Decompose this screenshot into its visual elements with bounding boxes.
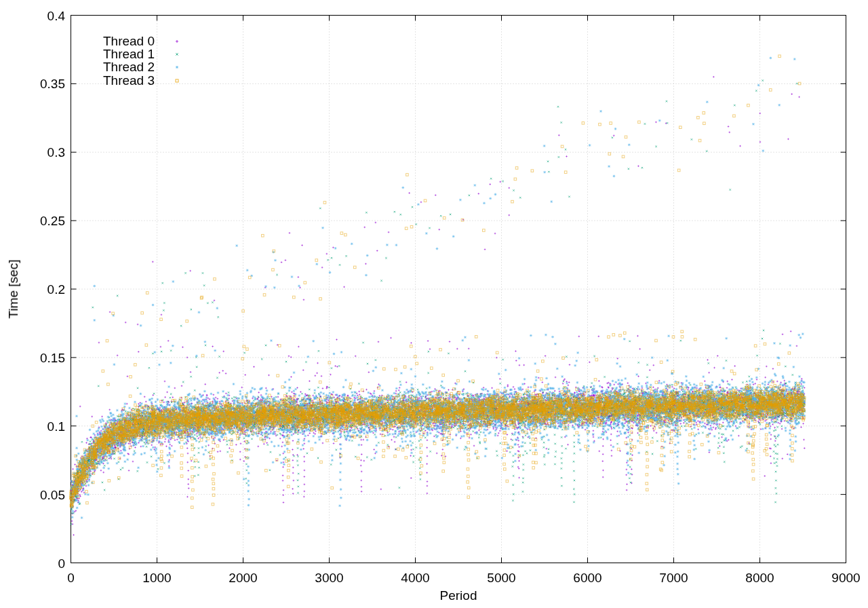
- y-tick-label: 0.15: [0, 352, 65, 365]
- x-tick-label: 8000: [745, 571, 774, 585]
- x-axis-title: Period: [440, 588, 477, 603]
- x-tick-label: 0: [67, 571, 75, 585]
- y-tick-label: 0.4: [0, 10, 65, 23]
- scatter-figure: Time [sec] Period Thread 0 Thread 1 Thre…: [0, 0, 868, 608]
- x-tick-label: 3000: [315, 571, 343, 585]
- legend-marker-thread-3-icon: [174, 77, 180, 84]
- x-tick-label: 4000: [401, 571, 429, 585]
- x-tick-label: 5000: [487, 571, 515, 585]
- y-tick-label: 0.35: [0, 77, 65, 91]
- y-tick-label: 0.1: [0, 420, 65, 434]
- plot-canvas: [0, 0, 868, 608]
- y-tick-label: 0.05: [0, 489, 65, 502]
- legend-item-thread-0: Thread 0: [39, 35, 180, 48]
- legend-item-thread-2: Thread 2: [39, 61, 180, 74]
- y-tick-label: 0: [0, 557, 65, 571]
- legend-item-thread-1: Thread 1: [39, 48, 180, 60]
- x-tick-label: 7000: [659, 571, 688, 585]
- y-tick-label: 0.2: [0, 283, 65, 297]
- x-tick-label: 9000: [831, 571, 860, 585]
- y-tick-label: 0.3: [0, 146, 65, 159]
- x-tick-label: 1000: [142, 571, 171, 585]
- x-tick-label: 6000: [573, 571, 601, 585]
- legend-marker-thread-1-icon: [174, 51, 180, 58]
- legend-marker-thread-0-icon: [174, 38, 180, 45]
- y-tick-label: 0.25: [0, 214, 65, 228]
- x-tick-label: 2000: [229, 571, 257, 585]
- legend-marker-thread-2-icon: [174, 64, 180, 71]
